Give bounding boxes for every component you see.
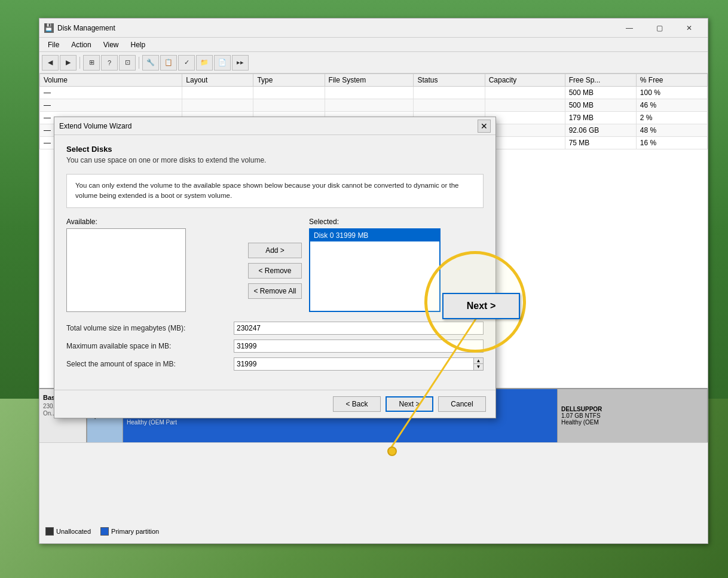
field-value-total: 230247 [234, 322, 484, 335]
cancel-button[interactable]: Cancel [438, 396, 486, 412]
section-desc: You can use space on one or more disks t… [66, 156, 484, 164]
spinner-up-button[interactable]: ▲ [474, 358, 483, 365]
warning-box: You can only extend the volume to the av… [66, 174, 484, 208]
available-column: Available: [66, 218, 241, 312]
spinner-controls: ▲ ▼ [473, 358, 483, 370]
dialog-title-bar: Extend Volume Wizard ✕ [54, 117, 495, 135]
field-value-selectspace[interactable]: ▲ ▼ [234, 357, 484, 371]
field-label-maxspace: Maximum available space in MB: [66, 342, 234, 350]
available-label: Available: [66, 218, 241, 226]
dialog-body: Select Disks You can use space on one or… [54, 135, 495, 390]
dialog-close-button[interactable]: ✕ [478, 120, 491, 133]
fields-area: Total volume size in megabytes (MB): 230… [66, 322, 484, 371]
selected-disk-item[interactable]: Disk 0 31999 MB [310, 230, 439, 241]
next-highlight-label: Next > [467, 301, 495, 311]
transfer-buttons: Add > < Remove < Remove All [248, 218, 302, 312]
next-highlight-button[interactable]: Next > [442, 293, 520, 319]
maxspace-value: 31999 [237, 342, 256, 350]
field-label-total: Total volume size in megabytes (MB): [66, 324, 234, 332]
field-value-maxspace: 31999 [234, 340, 484, 353]
disk-selector: Available: Add > < Remove < Remove All S… [66, 218, 484, 312]
total-value: 230247 [237, 324, 261, 332]
available-list[interactable] [66, 228, 186, 312]
selected-list[interactable]: Disk 0 31999 MB [309, 228, 441, 312]
section-title: Select Disks [66, 145, 484, 154]
spinner-down-button[interactable]: ▼ [474, 364, 483, 370]
selectspace-input[interactable] [234, 358, 473, 370]
field-row-selectspace: Select the amount of space in MB: ▲ ▼ [66, 357, 484, 371]
extend-volume-wizard: Extend Volume Wizard ✕ Select Disks You … [54, 117, 496, 418]
remove-all-button[interactable]: < Remove All [248, 283, 302, 299]
dialog-title: Extend Volume Wizard [59, 122, 478, 130]
dialog-footer: < Back Next > Cancel [54, 390, 495, 418]
remove-button[interactable]: < Remove [248, 263, 302, 279]
back-button[interactable]: < Back [333, 396, 381, 412]
field-row-total: Total volume size in megabytes (MB): 230… [66, 322, 484, 335]
add-button[interactable]: Add > [248, 243, 302, 258]
field-row-maxspace: Maximum available space in MB: 31999 [66, 340, 484, 353]
field-label-selectspace: Select the amount of space in MB: [66, 360, 234, 368]
dialog-overlay: Extend Volume Wizard ✕ Select Disks You … [0, 0, 728, 578]
selected-label: Selected: [309, 218, 484, 226]
next-button[interactable]: Next > [386, 396, 433, 412]
